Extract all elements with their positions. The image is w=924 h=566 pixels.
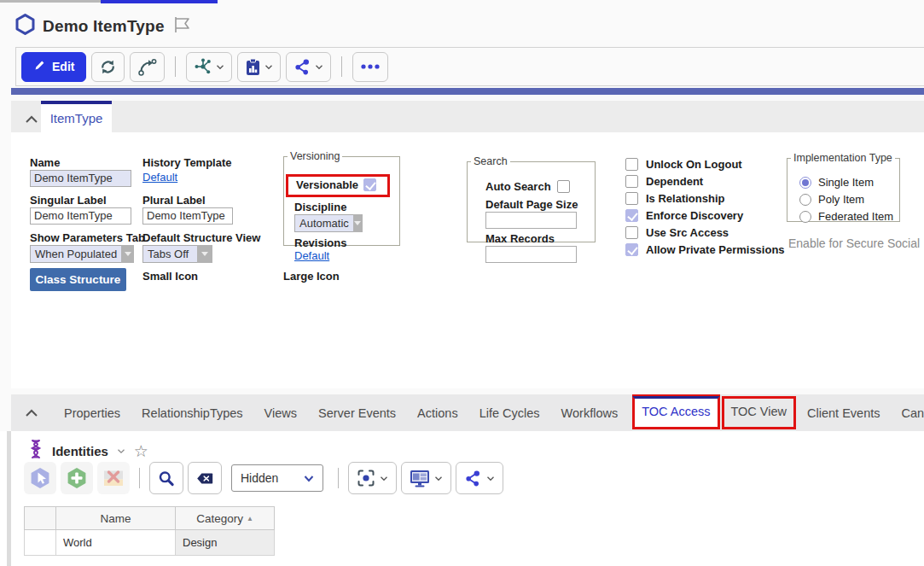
unlock-on-logout-checkbox[interactable] [625, 158, 638, 171]
pencil-icon [33, 59, 46, 74]
class-structure-button[interactable]: Class Structure [30, 268, 126, 291]
toolbar-separator [175, 56, 176, 77]
share-button[interactable] [286, 52, 331, 82]
identities-toolbar: Hidden [24, 462, 503, 494]
max-records-label: Max Records [485, 232, 555, 245]
add-related-button[interactable] [61, 462, 93, 494]
refresh-button[interactable] [91, 52, 125, 82]
edit-button-label: Edit [52, 60, 74, 73]
federated-item-radio[interactable] [799, 211, 811, 223]
structure-browser-button[interactable] [186, 52, 232, 82]
collapse-panel-icon[interactable] [25, 112, 38, 127]
tab-properties[interactable]: Properties [57, 398, 127, 429]
more-actions-button[interactable] [352, 52, 388, 82]
grid-header-row: Name Category▲ [25, 507, 275, 530]
singular-label-label: Singular Label [30, 194, 107, 207]
large-icon-label: Large Icon [283, 270, 340, 283]
show-parameters-tab-value: When Populated [30, 245, 121, 263]
grid-cell-name[interactable]: World [56, 530, 176, 556]
delete-related-button[interactable] [97, 462, 130, 494]
search-button[interactable] [149, 462, 183, 494]
grid-cell-category[interactable]: Design [176, 530, 275, 556]
plural-label-field[interactable]: Demo ItemType [142, 207, 233, 225]
splitter-handle[interactable] [7, 431, 11, 566]
clear-search-button[interactable] [188, 462, 222, 494]
flag-icon[interactable] [172, 15, 191, 38]
page-title: Demo ItemType [43, 17, 165, 36]
search-icon [158, 470, 175, 487]
dependent-checkbox[interactable] [625, 175, 638, 188]
relationship-tabbar: Properties RelationshipTypes Views Serve… [11, 394, 924, 431]
tab-itemtype[interactable]: ItemType [41, 101, 112, 132]
refresh-icon [99, 58, 117, 76]
tab-life-cycles[interactable]: Life Cycles [473, 398, 547, 429]
tab-can-add[interactable]: Can Add [894, 398, 924, 429]
discipline-select[interactable]: Automatic [294, 214, 363, 232]
use-src-access-checkbox[interactable] [625, 226, 638, 239]
poly-item-radio[interactable] [799, 194, 811, 206]
main-toolbar: Edit [15, 47, 924, 86]
tab-toc-access[interactable]: TOC Access [632, 396, 719, 429]
grid-header-category[interactable]: Category▲ [176, 507, 275, 530]
radio-label: Poly Item [818, 193, 864, 206]
auto-search-checkbox[interactable] [557, 180, 570, 193]
history-template-link[interactable]: Default [142, 171, 177, 184]
itemtype-hexagon-icon [15, 14, 35, 38]
chevron-down-icon[interactable] [117, 448, 125, 454]
name-label: Name [30, 156, 60, 169]
tab-workflows[interactable]: Workflows [555, 398, 625, 429]
tab-server-events[interactable]: Server Events [311, 398, 403, 429]
chevron-down-icon [264, 64, 273, 70]
tab-actions[interactable]: Actions [410, 398, 465, 429]
grid-header-rowselect[interactable] [25, 507, 56, 530]
versioning-group: Versioning Versionable Discipline Automa… [283, 150, 400, 246]
option-use-src-access: Use Src Access [625, 226, 729, 239]
grid-header-name[interactable]: Name [56, 507, 176, 530]
share-grid-button[interactable] [456, 462, 503, 494]
revisions-link[interactable]: Default [294, 249, 329, 262]
column-label: Name [100, 512, 131, 525]
singular-label-field[interactable]: Demo ItemType [30, 207, 131, 225]
toolbar-separator [139, 468, 140, 488]
collapse-panel-icon[interactable] [25, 406, 38, 421]
dropdown-arrow-icon[interactable] [353, 214, 363, 232]
allow-private-permissions-checkbox[interactable] [625, 243, 638, 256]
default-structure-view-value: Tabs Off [142, 245, 197, 263]
pick-related-button[interactable] [24, 462, 56, 494]
default-page-size-field[interactable] [485, 212, 577, 229]
dropdown-arrow-icon[interactable] [197, 245, 212, 263]
itemtype-form-panel: ItemType Name Demo ItemType Singular Lab… [11, 101, 924, 388]
max-records-field[interactable] [485, 246, 577, 263]
promote-button[interactable] [130, 52, 165, 82]
tab-client-events[interactable]: Client Events [800, 398, 886, 429]
toolbar-separator [338, 468, 339, 488]
saved-search-select[interactable]: Hidden [231, 464, 323, 492]
option-dependent: Dependent [625, 175, 703, 188]
default-page-size-label: Default Page Size [485, 198, 578, 211]
monitor-icon [410, 470, 430, 487]
tab-toc-view[interactable]: TOC View [722, 396, 797, 429]
delete-row-icon [102, 466, 125, 490]
grid-row[interactable]: World Design [25, 530, 275, 556]
dropdown-arrow-icon[interactable] [121, 245, 134, 263]
grid-cell-rowselect[interactable] [25, 530, 56, 556]
enforce-discovery-checkbox[interactable] [625, 209, 638, 222]
hexagon-cursor-icon [28, 466, 52, 490]
default-structure-view-select[interactable]: Tabs Off [142, 245, 212, 263]
focus-item-button[interactable] [348, 462, 397, 494]
revisions-label: Revisions [294, 236, 346, 249]
show-parameters-tab-select[interactable]: When Populated [30, 245, 134, 263]
name-field[interactable]: Demo ItemType [30, 170, 131, 187]
is-relationship-checkbox[interactable] [625, 192, 638, 205]
tab-views[interactable]: Views [258, 398, 304, 429]
versionable-checkbox[interactable] [363, 178, 376, 191]
option-unlock-on-logout: Unlock On Logout [625, 158, 742, 171]
reports-button[interactable] [237, 52, 281, 82]
edit-button[interactable]: Edit [21, 52, 86, 82]
single-item-radio[interactable] [799, 177, 811, 189]
layout-view-button[interactable] [401, 462, 451, 494]
identities-panel: Identities ☆ [0, 431, 924, 566]
tab-relationshiptypes[interactable]: RelationshipTypes [135, 398, 250, 429]
chevron-down-icon [315, 64, 323, 70]
favorite-star-icon[interactable]: ☆ [134, 443, 148, 459]
